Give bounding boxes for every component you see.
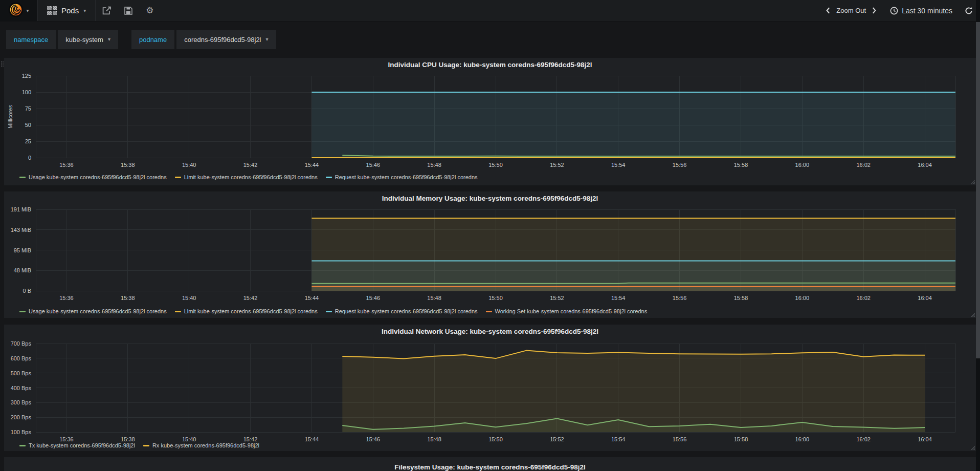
legend-item[interactable]: Rx kube-system coredns-695f96dcd5-98j2l <box>143 442 259 448</box>
svg-text:15:40: 15:40 <box>182 162 196 168</box>
svg-text:15:52: 15:52 <box>550 295 564 301</box>
legend-item[interactable]: Usage kube-system coredns-695f96dcd5-98j… <box>19 308 167 314</box>
chevron-right-icon <box>872 7 877 14</box>
svg-text:15:54: 15:54 <box>611 436 626 442</box>
variable-namespace: namespace kube-system <box>6 30 118 49</box>
settings-button[interactable]: ⚙︎ <box>139 0 160 22</box>
panel-resize-grabber[interactable] <box>970 180 975 184</box>
series-fill <box>311 287 955 291</box>
panel-filesystem: Filesystem Usage: kube-system coredns-69… <box>4 457 976 471</box>
svg-text:15:36: 15:36 <box>59 436 74 442</box>
navbar: Pods ⚙︎ Zoom Out <box>0 0 980 22</box>
svg-text:15:58: 15:58 <box>734 295 748 301</box>
caret-down-icon <box>83 8 86 13</box>
svg-text:16:02: 16:02 <box>856 436 871 442</box>
panel-filesystem-title[interactable]: Filesystem Usage: kube-system coredns-69… <box>4 463 976 471</box>
svg-text:50: 50 <box>25 122 31 128</box>
legend-item[interactable]: Limit kube-system coredns-695f96dcd5-98j… <box>175 308 318 314</box>
legend-item[interactable]: Usage kube-system coredns-695f96dcd5-98j… <box>19 174 167 180</box>
svg-text:75: 75 <box>25 105 31 112</box>
share-icon <box>102 6 111 15</box>
svg-text:15:44: 15:44 <box>305 295 319 301</box>
zoom-out-button[interactable]: Zoom Out <box>836 7 866 14</box>
svg-text:191 MiB: 191 MiB <box>11 206 31 212</box>
svg-text:95 MiB: 95 MiB <box>14 247 31 253</box>
legend-series-name: Limit kube-system coredns-695f96dcd5-98j… <box>184 174 318 180</box>
svg-text:15:58: 15:58 <box>734 436 748 442</box>
save-button[interactable] <box>118 0 139 22</box>
network-chart-canvas[interactable]: 100 Bps200 Bps300 Bps400 Bps500 Bps600 B… <box>4 325 976 451</box>
svg-text:600 Bps: 600 Bps <box>11 355 32 361</box>
legend-series-name: Working Set kube-system coredns-695f96dc… <box>495 308 648 314</box>
svg-text:15:38: 15:38 <box>121 162 135 168</box>
svg-text:15:58: 15:58 <box>734 162 748 168</box>
svg-text:16:02: 16:02 <box>856 295 871 301</box>
svg-text:16:00: 16:00 <box>795 295 810 301</box>
time-range-picker[interactable]: Last 30 minutes <box>890 7 952 15</box>
svg-text:15:38: 15:38 <box>121 436 135 442</box>
network-legend: Tx kube-system coredns-695f96dcd5-98j2lR… <box>19 442 259 448</box>
grafana-logo-icon <box>8 2 24 19</box>
variable-namespace-dropdown[interactable]: kube-system <box>58 30 118 49</box>
grafana-menu-button[interactable] <box>0 0 38 21</box>
svg-text:15:48: 15:48 <box>427 436 441 442</box>
legend-item[interactable]: Request kube-system coredns-695f96dcd5-9… <box>326 174 478 180</box>
series-fill <box>342 351 925 432</box>
page-scrollbar-track[interactable] <box>976 0 980 471</box>
legend-series-color <box>19 311 26 312</box>
save-icon <box>124 7 132 15</box>
legend-series-name: Usage kube-system coredns-695f96dcd5-98j… <box>29 308 167 314</box>
dashboard-grid-icon <box>47 6 57 15</box>
legend-item[interactable]: Request kube-system coredns-695f96dcd5-9… <box>326 308 478 314</box>
svg-text:15:48: 15:48 <box>427 162 441 168</box>
variable-podname-label: podname <box>131 30 174 49</box>
panel-drag-handle[interactable] <box>1 60 4 71</box>
svg-text:0 B: 0 B <box>23 288 31 294</box>
legend-series-color <box>19 445 26 446</box>
legend-series-name: Request kube-system coredns-695f96dcd5-9… <box>335 174 478 180</box>
svg-text:15:46: 15:46 <box>366 436 381 442</box>
refresh-button[interactable] <box>965 7 973 15</box>
legend-series-color <box>175 177 181 178</box>
variable-podname-dropdown[interactable]: coredns-695f96dcd5-98j2l <box>176 30 276 49</box>
legend-series-color <box>486 311 492 312</box>
svg-text:15:42: 15:42 <box>243 436 258 442</box>
page-scrollbar-thumb[interactable] <box>976 22 980 358</box>
legend-item[interactable]: Tx kube-system coredns-695f96dcd5-98j2l <box>19 442 135 448</box>
legend-series-color <box>326 177 332 178</box>
svg-text:48 MiB: 48 MiB <box>14 267 31 273</box>
series-line[interactable] <box>311 283 955 284</box>
panel-resize-grabber[interactable] <box>970 445 975 450</box>
share-button[interactable] <box>96 0 118 22</box>
variable-namespace-label: namespace <box>6 30 56 49</box>
panel-cpu: Individual CPU Usage: kube-system coredn… <box>4 58 976 185</box>
svg-text:15:56: 15:56 <box>673 295 687 301</box>
panel-resize-grabber[interactable] <box>970 312 975 317</box>
dashboard-submenu: namespace kube-system podname coredns-69… <box>0 22 980 57</box>
svg-text:15:54: 15:54 <box>611 162 626 168</box>
dashboard-picker[interactable]: Pods <box>38 0 96 21</box>
svg-text:0: 0 <box>28 155 31 161</box>
time-shift-back-button[interactable] <box>826 7 830 14</box>
svg-text:700 Bps: 700 Bps <box>11 340 32 347</box>
memory-chart-canvas[interactable]: 0 B48 MiB95 MiB143 MiB191 MiB15:3615:381… <box>4 191 976 318</box>
svg-text:15:50: 15:50 <box>488 295 503 301</box>
svg-text:15:44: 15:44 <box>305 436 319 442</box>
chevron-left-icon <box>826 7 830 14</box>
cpu-chart-canvas[interactable]: 025507510012515:3615:3815:4015:4215:4415… <box>4 58 976 185</box>
panel-memory: Individual Memory Usage: kube-system cor… <box>4 191 976 318</box>
legend-series-color <box>143 445 149 446</box>
svg-text:15:36: 15:36 <box>59 295 74 301</box>
svg-text:15:56: 15:56 <box>673 162 687 168</box>
clock-icon <box>890 7 898 15</box>
svg-text:25: 25 <box>25 138 31 144</box>
legend-item[interactable]: Working Set kube-system coredns-695f96dc… <box>486 308 648 314</box>
svg-text:15:38: 15:38 <box>121 295 135 301</box>
svg-text:15:46: 15:46 <box>366 162 381 168</box>
time-shift-forward-button[interactable] <box>872 7 877 14</box>
svg-text:16:00: 16:00 <box>795 436 810 442</box>
y-axis-label: Millicores <box>7 105 13 129</box>
svg-text:16:04: 16:04 <box>918 295 932 301</box>
svg-text:15:42: 15:42 <box>243 295 258 301</box>
legend-item[interactable]: Limit kube-system coredns-695f96dcd5-98j… <box>175 174 318 180</box>
